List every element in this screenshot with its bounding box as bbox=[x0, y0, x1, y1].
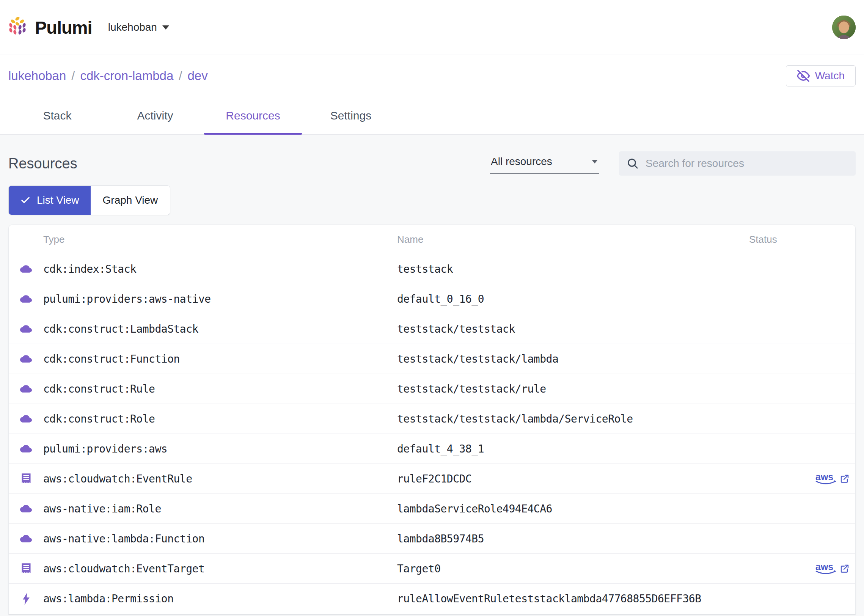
table-row[interactable]: pulumi:providers:aws default_4_38_1 bbox=[9, 434, 855, 464]
org-switcher[interactable]: lukehoban bbox=[108, 21, 169, 33]
tab-settings[interactable]: Settings bbox=[302, 97, 400, 134]
caret-down-icon bbox=[592, 160, 598, 163]
cloud-icon bbox=[20, 325, 32, 333]
watch-button[interactable]: Watch bbox=[786, 65, 856, 86]
resource-type: aws:cloudwatch:EventTarget bbox=[43, 563, 397, 575]
resource-name: lambda8B5974B5 bbox=[397, 533, 749, 545]
status-cell: aws bbox=[749, 562, 855, 575]
document-icon bbox=[21, 473, 31, 484]
breadcrumb-project-link[interactable]: cdk-cron-lambda bbox=[80, 69, 173, 83]
resources-panel: Resources All resources List View Grap bbox=[0, 135, 864, 616]
resource-name: default_4_38_1 bbox=[397, 443, 749, 455]
table-row[interactable]: aws:lambda:Permission ruleAllowEventRule… bbox=[9, 584, 855, 614]
eye-off-icon bbox=[797, 69, 810, 82]
resource-type: pulumi:providers:aws-native bbox=[43, 293, 397, 305]
breadcrumb-stack-link[interactable]: dev bbox=[187, 69, 207, 83]
aws-console-link[interactable]: aws bbox=[815, 472, 849, 486]
column-header-status: Status bbox=[749, 234, 855, 245]
tab-resources[interactable]: Resources bbox=[204, 97, 302, 134]
cloud-icon bbox=[20, 415, 32, 423]
resource-type: cdk:construct:Function bbox=[43, 353, 397, 365]
tab-activity[interactable]: Activity bbox=[106, 97, 204, 134]
table-row[interactable]: cdk:construct:Role teststack/teststack/l… bbox=[9, 404, 855, 434]
resource-table-body: cdk:index:Stack teststack pulumi:provide… bbox=[9, 254, 855, 614]
resource-name: Target0 bbox=[397, 563, 749, 575]
table-row[interactable]: cdk:index:Stack teststack bbox=[9, 254, 855, 284]
cloud-icon bbox=[20, 385, 32, 393]
pulumi-logo-icon bbox=[8, 16, 27, 38]
cloud-icon bbox=[20, 504, 32, 513]
table-row[interactable]: aws-native:lambda:Function lambda8B5974B… bbox=[9, 524, 855, 554]
column-header-type: Type bbox=[43, 234, 397, 245]
breadcrumb-org-link[interactable]: lukehoban bbox=[8, 69, 66, 83]
resource-type: cdk:index:Stack bbox=[43, 263, 397, 275]
tab-stack[interactable]: Stack bbox=[8, 97, 106, 134]
resource-filter-select[interactable]: All resources bbox=[490, 153, 599, 174]
resource-type: aws:lambda:Permission bbox=[43, 592, 397, 605]
document-icon bbox=[21, 563, 31, 574]
search-input[interactable] bbox=[646, 157, 848, 170]
resource-type: pulumi:providers:aws bbox=[43, 443, 397, 455]
resource-searchbox bbox=[619, 151, 856, 176]
aws-console-link[interactable]: aws bbox=[815, 562, 849, 575]
resource-type: cdk:construct:Role bbox=[43, 413, 397, 425]
resource-name: default_0_16_0 bbox=[397, 293, 749, 305]
breadcrumb-bar: lukehoban / cdk-cron-lambda / dev Watch bbox=[0, 55, 864, 97]
page-title: Resources bbox=[8, 156, 77, 172]
breadcrumb-separator: / bbox=[71, 69, 75, 83]
user-avatar[interactable] bbox=[832, 16, 856, 39]
table-row[interactable]: aws:cloudwatch:EventTarget Target0 aws bbox=[9, 554, 855, 584]
stack-tabs: Stack Activity Resources Settings bbox=[0, 97, 864, 135]
resource-name: teststack/teststack/lambda/ServiceRole bbox=[397, 413, 749, 425]
check-icon bbox=[20, 195, 31, 206]
aws-logo-icon: aws bbox=[815, 472, 837, 486]
table-header-row: Type Name Status bbox=[9, 225, 855, 254]
table-row[interactable]: cdk:construct:LambdaStack teststack/test… bbox=[9, 314, 855, 344]
resource-name: lambdaServiceRole494E4CA6 bbox=[397, 503, 749, 515]
resource-name: ruleAllowEventRuleteststacklambda4776885… bbox=[397, 592, 749, 605]
column-header-name: Name bbox=[397, 234, 749, 245]
resource-type: aws-native:iam:Role bbox=[43, 503, 397, 515]
resource-type: aws-native:lambda:Function bbox=[43, 533, 397, 545]
table-row[interactable]: aws-native:iam:Role lambdaServiceRole494… bbox=[9, 494, 855, 524]
cloud-icon bbox=[20, 265, 32, 273]
table-row[interactable]: cdk:construct:Function teststack/teststa… bbox=[9, 344, 855, 374]
cloud-icon bbox=[20, 295, 32, 303]
aws-logo-icon: aws bbox=[815, 562, 837, 575]
resource-name: teststack/teststack bbox=[397, 323, 749, 335]
resource-name: ruleF2C1DCDC bbox=[397, 473, 749, 485]
list-view-button[interactable]: List View bbox=[9, 186, 91, 215]
table-row[interactable]: aws:cloudwatch:EventRule ruleF2C1DCDC aw… bbox=[9, 464, 855, 494]
breadcrumb: lukehoban / cdk-cron-lambda / dev bbox=[8, 69, 208, 83]
external-link-icon bbox=[840, 564, 849, 573]
resource-type: cdk:construct:Rule bbox=[43, 383, 397, 395]
pulumi-home-link[interactable]: Pulumi bbox=[8, 16, 92, 38]
resource-name: teststack/teststack/lambda bbox=[397, 353, 749, 365]
watch-button-label: Watch bbox=[815, 70, 845, 82]
cloud-icon bbox=[20, 355, 32, 363]
resource-type: aws:cloudwatch:EventRule bbox=[43, 473, 397, 485]
list-view-label: List View bbox=[37, 194, 79, 206]
resource-name: teststack bbox=[397, 263, 749, 275]
table-row[interactable]: pulumi:providers:aws-native default_0_16… bbox=[9, 284, 855, 314]
breadcrumb-separator: / bbox=[179, 69, 182, 83]
graph-view-button[interactable]: Graph View bbox=[91, 186, 170, 215]
resources-table-card: Type Name Status cdk:index:Stack teststa… bbox=[8, 225, 856, 614]
resource-type: cdk:construct:LambdaStack bbox=[43, 323, 397, 335]
brand-wordmark: Pulumi bbox=[35, 17, 92, 38]
table-row[interactable]: cdk:construct:Rule teststack/teststack/r… bbox=[9, 374, 855, 404]
svg-text:aws: aws bbox=[815, 472, 833, 482]
graph-view-label: Graph View bbox=[103, 194, 158, 206]
external-link-icon bbox=[840, 474, 849, 483]
status-cell: aws bbox=[749, 472, 855, 486]
resource-name: teststack/teststack/rule bbox=[397, 383, 749, 395]
lightning-bolt-icon bbox=[22, 593, 30, 605]
org-name: lukehoban bbox=[108, 21, 157, 33]
caret-down-icon bbox=[162, 25, 169, 30]
resource-filter-value: All resources bbox=[491, 156, 552, 168]
cloud-icon bbox=[20, 445, 32, 453]
view-toggle: List View Graph View bbox=[8, 185, 170, 215]
svg-text:aws: aws bbox=[815, 562, 833, 572]
top-nav: Pulumi lukehoban bbox=[0, 0, 864, 55]
search-icon bbox=[627, 157, 639, 170]
